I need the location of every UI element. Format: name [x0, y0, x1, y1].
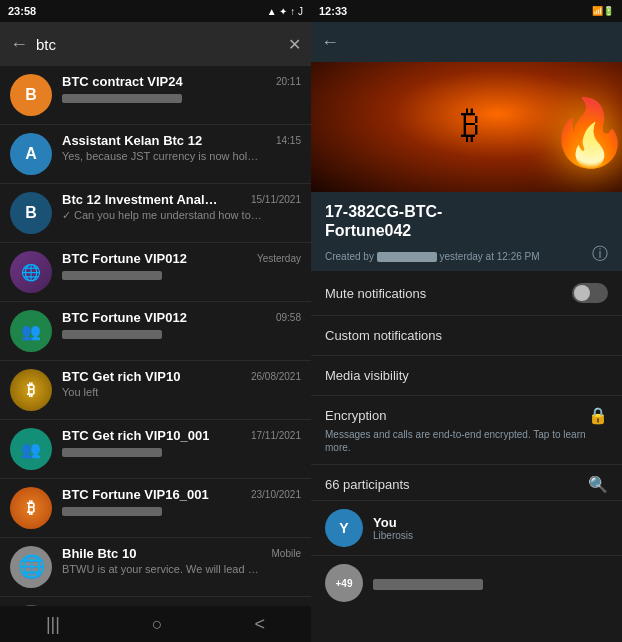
- chat-info: Assistant Kelan Btc 12 14:15 Yes, becaus…: [62, 133, 301, 162]
- left-time: 23:58: [8, 5, 36, 17]
- avatar: 🌐: [10, 251, 52, 293]
- encryption-title: Encryption: [325, 408, 386, 423]
- chat-name: BTC Get rich VIP10_001: [62, 428, 209, 443]
- chat-time: 09:58: [276, 312, 301, 323]
- chat-info: BTC Fortune VIP012 Yesterday: [62, 251, 301, 280]
- participants-section: 66 participants 🔍: [311, 465, 622, 501]
- list-item[interactable]: B Btc 12 Investment Analyst 15/11/2021 ✓…: [0, 184, 311, 243]
- participant-info: You Liberosis: [373, 515, 608, 541]
- chat-preview: ✓ Can you help me understand how to i...: [62, 209, 262, 222]
- media-visibility-label: Media visibility: [325, 368, 409, 383]
- chat-preview: [62, 327, 262, 339]
- chat-preview: [62, 91, 262, 103]
- nav-recents-icon[interactable]: |||: [26, 610, 80, 639]
- list-item[interactable]: 🌐 BTC Fortune VIP012 Yesterday: [0, 243, 311, 302]
- list-item[interactable]: ₿ BTC Get rich VIP10 26/08/2021 You left: [0, 361, 311, 420]
- encryption-header: Encryption 🔒: [325, 406, 608, 425]
- media-visibility-item[interactable]: Media visibility: [311, 356, 622, 396]
- search-participants-icon[interactable]: 🔍: [588, 475, 608, 494]
- encryption-section[interactable]: Encryption 🔒 Messages and calls are end-…: [311, 396, 622, 465]
- search-bar: ← ✕: [0, 22, 311, 66]
- group-created-by: Created by yesterday at 12:26 PM: [325, 251, 540, 262]
- custom-notifications-item[interactable]: Custom notifications: [311, 316, 622, 356]
- chat-info: BTC Get rich VIP10_001 17/11/2021: [62, 428, 301, 457]
- participant-avatar-2: +49: [325, 564, 363, 602]
- chat-preview: BTWU is at your service. We will lead al…: [62, 563, 262, 575]
- chat-preview: You left: [62, 386, 262, 398]
- chat-time: 20:11: [276, 76, 301, 87]
- participant-name-you: You: [373, 515, 608, 530]
- encryption-description: Messages and calls are end-to-end encryp…: [325, 428, 608, 454]
- list-item[interactable]: ₿ BTC Fortune VIP16_001 23/10/2021: [0, 479, 311, 538]
- chat-name: BTC Fortune VIP012: [62, 310, 187, 325]
- chat-preview: Yes, because JST currency is now holding…: [62, 150, 262, 162]
- chat-name: BTC Fortune VIP012: [62, 251, 187, 266]
- group-meta: Created by yesterday at 12:26 PM ⓘ: [325, 244, 608, 265]
- avatar: ₿: [10, 487, 52, 529]
- right-time: 12:33: [319, 5, 347, 17]
- chat-name: BTC contract VIP24: [62, 74, 183, 89]
- list-item[interactable]: B BTC contract VIP24 20:11: [0, 66, 311, 125]
- list-item[interactable]: 👥 BTC Get rich VIP10_001 17/11/2021: [0, 420, 311, 479]
- group-name: 17-382CG-BTC-Fortune042: [325, 202, 608, 240]
- list-item[interactable]: D Dilup Desai Btc 10 Mobile 🤩🤩🤩: [0, 597, 311, 606]
- avatar: B: [10, 192, 52, 234]
- chat-preview: [62, 268, 262, 280]
- search-clear-icon[interactable]: ✕: [288, 35, 301, 54]
- list-item[interactable]: 🌐 Bhile Btc 10 Mobile BTWU is at your se…: [0, 538, 311, 597]
- mute-notifications-label: Mute notifications: [325, 286, 426, 301]
- chat-name: Btc 12 Investment Analyst: [62, 192, 222, 207]
- mute-notifications-item[interactable]: Mute notifications: [311, 271, 622, 316]
- list-item[interactable]: 👥 BTC Fortune VIP012 09:58: [0, 302, 311, 361]
- chat-time: Yesterday: [257, 253, 301, 264]
- participant-info-2: [373, 576, 608, 591]
- status-bar-left: 23:58 ▲ ✦ ↑ J: [0, 0, 311, 22]
- info-icon[interactable]: ⓘ: [592, 244, 608, 265]
- chat-name: BTC Get rich VIP10: [62, 369, 180, 384]
- participant-name-2: [373, 576, 608, 591]
- participant-item[interactable]: Y You Liberosis: [311, 501, 622, 555]
- search-input[interactable]: [36, 36, 280, 53]
- status-bar-right: 12:33 📶🔋: [311, 0, 622, 22]
- avatar: A: [10, 133, 52, 175]
- group-created-info: Created by yesterday at 12:26 PM: [325, 246, 540, 264]
- chat-time: 23/10/2021: [251, 489, 301, 500]
- mute-toggle[interactable]: [572, 283, 608, 303]
- bitcoin-fire-graphic: 🔥: [549, 100, 622, 165]
- group-banner: 🔥 ₿: [311, 62, 622, 192]
- right-header: ←: [311, 22, 622, 62]
- avatar: 🌐: [10, 546, 52, 588]
- chat-info: BTC Fortune VIP012 09:58: [62, 310, 301, 339]
- right-back-arrow[interactable]: ←: [321, 32, 339, 53]
- chat-info: BTC Fortune VIP16_001 23/10/2021: [62, 487, 301, 516]
- avatar: ₿: [10, 369, 52, 411]
- nav-back-icon[interactable]: <: [235, 610, 286, 639]
- chat-time: Mobile: [272, 548, 301, 559]
- chat-name: BTC Fortune VIP16_001: [62, 487, 209, 502]
- group-info-section: 17-382CG-BTC-Fortune042 Created by yeste…: [311, 192, 622, 271]
- avatar: 👥: [10, 428, 52, 470]
- participant-avatar-you: Y: [325, 509, 363, 547]
- chat-time: 26/08/2021: [251, 371, 301, 382]
- chat-list: B BTC contract VIP24 20:11 A Assistant K…: [0, 66, 311, 606]
- right-status-icons: 📶🔋: [592, 6, 614, 16]
- search-input-wrap: [36, 36, 280, 53]
- lock-icon: 🔒: [588, 406, 608, 425]
- chat-name: Assistant Kelan Btc 12: [62, 133, 202, 148]
- list-item[interactable]: A Assistant Kelan Btc 12 14:15 Yes, beca…: [0, 125, 311, 184]
- avatar: B: [10, 74, 52, 116]
- chat-info: BTC contract VIP24 20:11: [62, 74, 301, 103]
- participant-status-you: Liberosis: [373, 530, 608, 541]
- bottom-nav: ||| ○ <: [0, 606, 311, 642]
- left-panel: 23:58 ▲ ✦ ↑ J ← ✕ B BTC contract VIP24 2…: [0, 0, 311, 642]
- avatar: 👥: [10, 310, 52, 352]
- chat-time: 14:15: [276, 135, 301, 146]
- right-panel: 12:33 📶🔋 ← 🔥 ₿ 17-382CG-BTC-Fortune042 C…: [311, 0, 622, 642]
- search-back-arrow[interactable]: ←: [10, 34, 28, 55]
- settings-section: Mute notifications Custom notifications …: [311, 271, 622, 642]
- nav-home-icon[interactable]: ○: [132, 610, 183, 639]
- chat-info: Btc 12 Investment Analyst 15/11/2021 ✓ C…: [62, 192, 301, 222]
- chat-preview: [62, 504, 262, 516]
- participant-item[interactable]: +49: [311, 555, 622, 610]
- chat-info: Bhile Btc 10 Mobile BTWU is at your serv…: [62, 546, 301, 575]
